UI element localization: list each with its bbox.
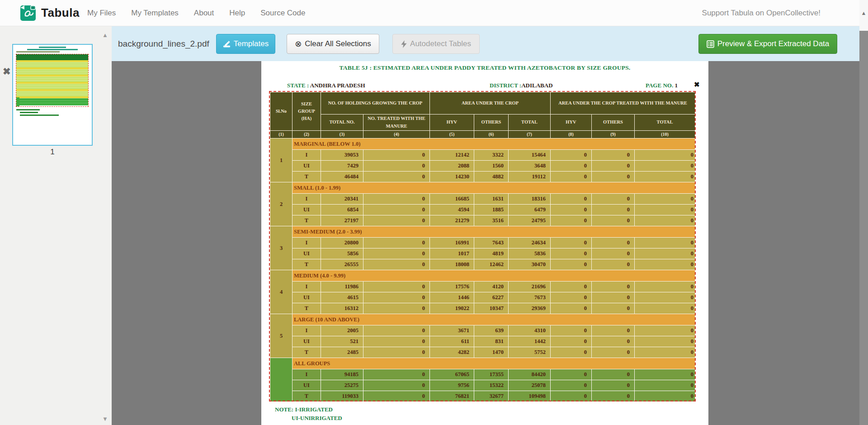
autodetect-label: Autodetect Tables (410, 39, 471, 48)
nav-my-files[interactable]: My Files (87, 9, 116, 18)
support-link[interactable]: Support Tabula on OpenCollective! (702, 0, 821, 26)
sidebar-scroll-down-icon[interactable]: ▼ (102, 415, 108, 422)
templates-icon (223, 40, 231, 48)
page-thumbnail[interactable] (12, 44, 93, 146)
lightning-icon (401, 40, 407, 48)
lock-icon (31, 4, 35, 10)
table-list-icon (707, 40, 714, 48)
nav-source-code[interactable]: Source Code (260, 9, 305, 18)
autodetect-tables-button[interactable]: Autodetect Tables (392, 34, 480, 54)
nav-about[interactable]: About (194, 9, 214, 18)
nav-my-templates[interactable]: My Templates (131, 9, 179, 18)
clear-selections-icon: ⊗ (295, 40, 302, 48)
pdf-pageno-line: PAGE NO. 1 (646, 82, 678, 89)
nav-help[interactable]: Help (229, 9, 245, 18)
brand-link[interactable]: Tabula (20, 4, 80, 21)
selection-close-icon[interactable]: ✖ (694, 81, 700, 89)
document-viewport: TABLE 5J : ESTIMATED AREA UNDER PADDY TR… (112, 61, 859, 425)
pdf-note-line2: UI-UNIRRIGATED (292, 415, 342, 422)
thumb-title-line (27, 49, 78, 50)
thumb-note-line (20, 112, 38, 113)
toolbar: background_lines_2.pdf Templates ⊗ Clear… (112, 26, 859, 61)
thumb-title-line (39, 47, 66, 48)
pdf-district-line: DISTRICT :ADILABAD (490, 82, 553, 89)
scrollbar-thumb[interactable] (859, 31, 868, 425)
sidebar-scroll-up-icon[interactable]: ▲ (102, 32, 108, 38)
thumbnail-page-number: 1 (12, 148, 93, 157)
preview-export-button[interactable]: Preview & Export Extracted Data (698, 34, 837, 54)
brand-title: Tabula (41, 6, 80, 20)
selection-box[interactable] (269, 91, 696, 401)
navbar: Tabula My Files My Templates About Help … (0, 0, 859, 26)
main-scrollbar[interactable]: ▲ (859, 0, 868, 425)
pdf-page[interactable]: TABLE 5J : ESTIMATED AREA UNDER PADDY TR… (261, 61, 708, 425)
nav-links: My Files My Templates About Help Source … (87, 0, 305, 26)
pdf-filename: background_lines_2.pdf (118, 26, 209, 61)
tabula-logo-icon (20, 4, 37, 21)
pdf-state-line: STATE : ANDHRA PRADESH (287, 82, 365, 89)
scrollbar-up-icon[interactable]: ▲ (859, 10, 868, 16)
preview-export-label: Preview & Export Extracted Data (717, 39, 830, 48)
thumb-state-line (16, 51, 60, 53)
thumb-note-line (16, 109, 40, 110)
sidebar: ✖ 1 ▲ ▼ (0, 26, 112, 425)
remove-file-icon[interactable]: ✖ (3, 66, 11, 77)
clear-all-selections-button[interactable]: ⊗ Clear All Selections (287, 34, 379, 54)
thumb-note-line (20, 115, 59, 116)
tabula-app: Tabula My Files My Templates About Help … (0, 0, 868, 425)
pdf-note-line1: NOTE: I-IRRIGATED (275, 406, 333, 413)
thumb-table-selection (16, 54, 89, 107)
templates-label: Templates (234, 39, 269, 48)
templates-button[interactable]: Templates (216, 34, 275, 54)
pdf-table-title: TABLE 5J : ESTIMATED AREA UNDER PADDY TR… (261, 64, 708, 72)
clear-selections-label: Clear All Selections (305, 39, 371, 48)
